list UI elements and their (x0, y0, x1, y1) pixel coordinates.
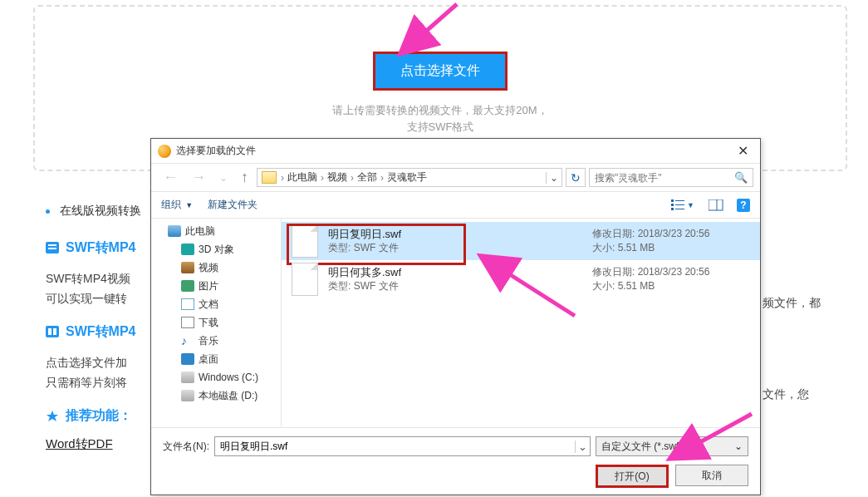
search-icon[interactable]: 🔍 (729, 171, 753, 184)
file-date: 修改日期: 2018/3/23 20:56 (592, 227, 750, 241)
close-icon[interactable]: ✕ (731, 143, 755, 159)
desktop-icon (181, 353, 194, 365)
para-2-tail: 文件，您 (763, 387, 809, 402)
nav-recent-icon[interactable]: ⌄ (214, 170, 233, 185)
new-folder-button[interactable]: 新建文件夹 (208, 198, 257, 212)
file-type: 类型: SWF 文件 (328, 241, 592, 255)
svg-rect-12 (675, 209, 684, 209)
3d-icon (181, 244, 194, 255)
disk-icon (181, 372, 194, 383)
file-size: 大小: 5.51 MB (592, 241, 750, 255)
search-input[interactable] (590, 172, 729, 184)
organize-menu[interactable]: 组织 ▼ (161, 198, 193, 212)
file-type-filter[interactable]: 自定义文件 (*.swf)⌄ (596, 436, 748, 456)
sidebar-item[interactable]: 本地磁盘 (D:) (151, 386, 281, 405)
dialog-titlebar: 选择要加载的文件 ✕ (151, 139, 760, 164)
dl-icon (181, 317, 194, 328)
dialog-navbar: ← → ⌄ ↑ › 此电脑› 视频› 全部› 灵魂歌手 ⌄ ↻ 🔍 (151, 164, 760, 192)
file-open-dialog: 选择要加载的文件 ✕ ← → ⌄ ↑ › 此电脑› 视频› 全部› 灵魂歌手 ⌄… (150, 138, 761, 495)
file-name: 明日复明日.swf (328, 227, 592, 241)
sidebar-item[interactable]: Windows (C:) (151, 368, 281, 386)
file-date: 修改日期: 2018/3/23 20:56 (592, 265, 750, 279)
filename-input[interactable] (215, 440, 575, 452)
file-name: 明日何其多.swf (328, 265, 592, 279)
sidebar-item[interactable]: 桌面 (151, 350, 281, 368)
sidebar-item-this-pc[interactable]: 此电脑 (151, 222, 281, 240)
dialog-sidebar: 此电脑 3D 对象视频图片文档下载♪音乐桌面Windows (C:)本地磁盘 (… (151, 219, 282, 427)
help-icon[interactable]: ? (737, 199, 750, 212)
svg-rect-11 (671, 208, 674, 210)
filename-label: 文件名(N): (163, 440, 209, 454)
file-icon (292, 224, 318, 258)
svg-rect-3 (46, 326, 59, 337)
img-icon (181, 280, 194, 292)
folder-icon (262, 171, 277, 184)
preview-pane-icon[interactable] (704, 196, 728, 214)
open-button[interactable]: 打开(O) (596, 465, 669, 488)
breadcrumb-dropdown-icon[interactable]: ⌄ (546, 172, 562, 184)
svg-rect-9 (671, 204, 674, 206)
search-box[interactable]: 🔍 (589, 168, 753, 187)
svg-rect-1 (48, 244, 56, 246)
nav-back-icon[interactable]: ← (158, 167, 183, 188)
select-file-button[interactable]: 点击选择文件 (373, 52, 508, 91)
video-icon (181, 262, 194, 273)
crumb-folder[interactable]: 灵魂歌手 (384, 170, 430, 185)
file-icon (292, 263, 318, 296)
para-1-tail: 频文件，都 (763, 296, 821, 311)
doc-icon (181, 298, 194, 310)
file-row[interactable]: 明日何其多.swf 类型: SWF 文件 修改日期: 2018/3/23 20:… (282, 260, 760, 298)
crumb-all[interactable]: 全部 (354, 170, 380, 185)
filename-history-icon[interactable]: ⌄ (575, 440, 590, 453)
sidebar-item[interactable]: ♪音乐 (151, 332, 281, 350)
file-row[interactable]: 明日复明日.swf 类型: SWF 文件 修改日期: 2018/3/23 20:… (282, 222, 760, 260)
file-list: 明日复明日.swf 类型: SWF 文件 修改日期: 2018/3/23 20:… (282, 219, 760, 427)
svg-rect-13 (709, 199, 723, 210)
svg-rect-8 (675, 200, 684, 201)
app-icon (158, 145, 171, 158)
sidebar-item[interactable]: 3D 对象 (151, 240, 281, 258)
sidebar-item[interactable]: 下载 (151, 313, 281, 332)
recommend-link[interactable]: Word转PDF (46, 436, 113, 450)
view-mode-icon[interactable]: ▼ (670, 196, 695, 214)
nav-up-icon[interactable]: ↑ (236, 167, 253, 188)
upload-hint: 请上传需要转换的视频文件，最大支持20M，支持SWF格式 (35, 102, 846, 135)
svg-rect-5 (53, 328, 56, 335)
file-size: 大小: 5.51 MB (592, 279, 750, 293)
svg-rect-10 (675, 204, 684, 205)
sidebar-item[interactable]: 文档 (151, 295, 281, 313)
refresh-icon[interactable]: ↻ (566, 168, 586, 187)
svg-rect-7 (671, 199, 674, 202)
crumb-videos[interactable]: 视频 (324, 170, 351, 185)
sidebar-item[interactable]: 图片 (151, 277, 281, 295)
svg-marker-6 (47, 411, 58, 421)
sidebar-item[interactable]: 视频 (151, 258, 281, 277)
svg-rect-2 (48, 248, 56, 249)
dialog-footer: 文件名(N): ⌄ 自定义文件 (*.swf)⌄ 打开(O) 取消 (151, 428, 760, 495)
dialog-toolbar: 组织 ▼ 新建文件夹 ▼ ? (151, 192, 760, 219)
crumb-pc[interactable]: 此电脑 (284, 170, 321, 185)
music-icon: ♪ (181, 335, 194, 347)
svg-rect-4 (48, 328, 51, 335)
dialog-title: 选择要加载的文件 (176, 144, 731, 158)
breadcrumb[interactable]: › 此电脑› 视频› 全部› 灵魂歌手 ⌄ (257, 168, 562, 187)
cancel-button[interactable]: 取消 (675, 465, 748, 486)
file-type: 类型: SWF 文件 (328, 279, 592, 293)
filename-input-wrapper[interactable]: ⌄ (214, 436, 591, 456)
nav-forward-icon[interactable]: → (186, 167, 211, 188)
disk-icon (181, 390, 194, 401)
pc-icon (168, 225, 181, 237)
